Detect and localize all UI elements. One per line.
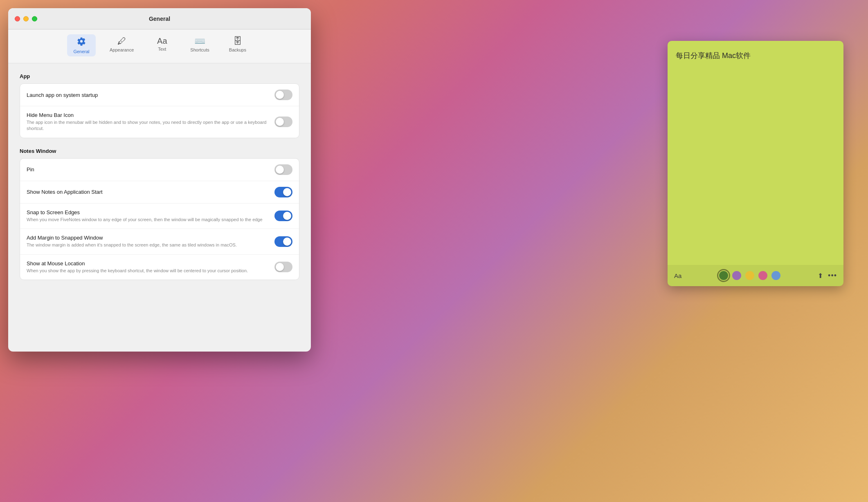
app-section-title: App [20,73,299,79]
snap-edges-desc: When you move FiveNotes window to any ed… [27,217,268,223]
notes-window-settings-group: Pin Show Notes on Application Start [20,158,299,280]
note-text: 每日分享精品 Mac软件 [676,51,835,61]
add-margin-row: Add Margin to Snapped Window The window … [20,229,299,254]
add-margin-toggle[interactable] [274,236,292,247]
show-mouse-toggle[interactable] [274,262,292,272]
general-icon [77,37,86,47]
tab-appearance[interactable]: 🖊 Appearance [104,34,139,56]
show-notes-content: Show Notes on Application Start [27,189,274,195]
snap-edges-toggle[interactable] [274,211,292,221]
pin-title: Pin [27,166,268,173]
show-notes-row: Show Notes on Application Start [20,181,299,204]
note-actions: ⬆ ••• [818,271,837,280]
shortcuts-icon: ⌨️ [194,37,205,46]
note-toolbar: Aa ⬆ ••• [668,265,843,286]
launch-startup-toggle[interactable] [274,90,292,100]
maximize-button[interactable] [32,16,37,21]
tab-shortcuts[interactable]: ⌨️ Shortcuts [184,34,215,56]
tab-appearance-label: Appearance [110,47,134,52]
window-title: General [149,16,170,22]
settings-window: General General 🖊 Appearance Aa Text ⌨️ … [8,8,311,352]
tab-shortcuts-label: Shortcuts [190,47,209,52]
add-margin-title: Add Margin to Snapped Window [27,235,268,241]
close-button[interactable] [15,16,20,21]
show-mouse-content: Show at Mouse Location When you show the… [27,260,274,274]
titlebar: General [8,8,311,29]
launch-startup-content: Launch app on system startup [27,92,274,98]
add-margin-content: Add Margin to Snapped Window The window … [27,235,274,248]
pin-content: Pin [27,166,274,173]
traffic-lights [15,16,37,21]
color-blue[interactable] [771,271,780,280]
color-purple[interactable] [732,271,741,280]
settings-content: App Launch app on system startup Hide Me… [8,63,311,352]
more-options-icon[interactable]: ••• [828,271,837,280]
color-green[interactable] [719,271,728,280]
note-content-area: 每日分享精品 Mac软件 [668,41,843,265]
hide-menubar-toggle[interactable] [274,117,292,127]
show-mouse-row: Show at Mouse Location When you show the… [20,255,299,280]
minimize-button[interactable] [23,16,29,21]
tab-text-label: Text [158,47,166,52]
tab-backups-label: Backups [229,47,246,52]
note-preview: 每日分享精品 Mac软件 Aa ⬆ ••• [668,41,843,286]
tab-text[interactable]: Aa Text [148,34,176,56]
tab-general[interactable]: General [67,34,96,56]
launch-startup-row: Launch app on system startup [20,84,299,106]
show-notes-toggle[interactable] [274,187,292,197]
add-margin-desc: The window margin is added when it's sna… [27,242,268,248]
hide-menubar-title: Hide Menu Bar Icon [27,112,268,118]
notes-window-section-title: Notes Window [20,148,299,154]
snap-edges-content: Snap to Screen Edges When you move FiveN… [27,209,274,223]
text-icon: Aa [157,37,167,45]
appearance-icon: 🖊 [117,37,126,46]
hide-menubar-desc: The app icon in the menubar will be hidd… [27,119,268,132]
show-mouse-desc: When you show the app by pressing the ke… [27,268,268,274]
show-notes-title: Show Notes on Application Start [27,189,268,195]
tab-backups[interactable]: 🗄 Backups [223,34,252,56]
show-mouse-title: Show at Mouse Location [27,260,268,267]
app-settings-group: Launch app on system startup Hide Menu B… [20,83,299,138]
share-icon[interactable]: ⬆ [818,272,823,280]
tab-general-label: General [73,49,89,54]
color-palette [719,271,780,280]
tab-toolbar: General 🖊 Appearance Aa Text ⌨️ Shortcut… [8,29,311,63]
launch-startup-title: Launch app on system startup [27,92,268,98]
snap-edges-title: Snap to Screen Edges [27,209,268,215]
pin-toggle[interactable] [274,164,292,175]
color-yellow[interactable] [745,271,754,280]
hide-menubar-row: Hide Menu Bar Icon The app icon in the m… [20,106,299,138]
pin-row: Pin [20,159,299,181]
hide-menubar-content: Hide Menu Bar Icon The app icon in the m… [27,112,274,132]
note-font-button[interactable]: Aa [674,272,681,279]
backups-icon: 🗄 [233,37,242,46]
snap-edges-row: Snap to Screen Edges When you move FiveN… [20,204,299,229]
color-pink[interactable] [758,271,767,280]
